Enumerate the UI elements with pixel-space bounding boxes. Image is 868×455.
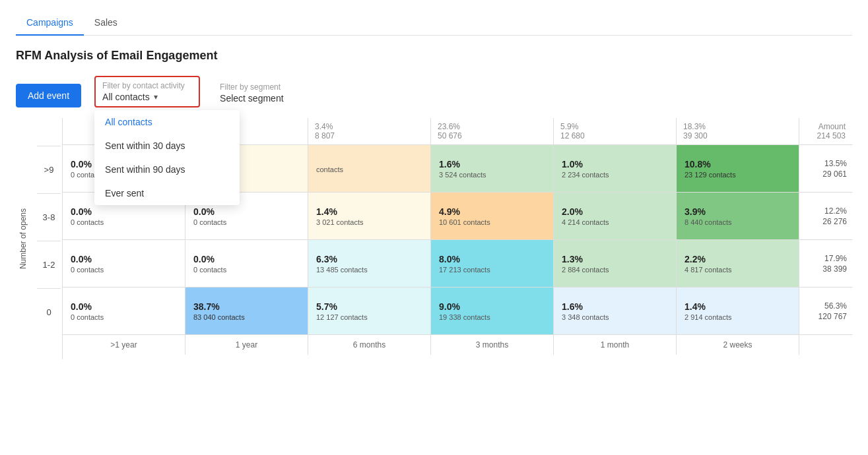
header-amount-val: 214 503 — [806, 131, 846, 140]
x-label-5: 2 weeks — [677, 335, 799, 355]
header-cell-3: 23.6% 50 676 — [431, 118, 554, 144]
cell-3-8-amount: 12.2% 26 276 — [799, 193, 852, 239]
cell-1-2-amount: 17.9% 38 399 — [799, 240, 852, 287]
cell-gt9-2: contacts — [308, 145, 431, 192]
cell-contacts: 2 884 contacts — [562, 266, 668, 274]
cell-contacts: 19 338 contacts — [439, 313, 545, 321]
cell-pct: 1.6% — [562, 301, 668, 312]
header-pct-5: 18.3% — [683, 122, 792, 131]
cell-0-1: 38.7% 83 040 contacts — [185, 288, 308, 334]
cell-contacts: 0 contacts — [71, 218, 177, 226]
cell-pct: 38.7% — [193, 301, 300, 312]
tab-sales[interactable]: Sales — [84, 11, 128, 36]
cell-contacts: 0 contacts — [193, 266, 300, 274]
page-title: RFM Analysis of Email Engagement — [16, 49, 852, 63]
cell-0-2: 5.7% 12 127 contacts — [308, 288, 431, 334]
cell-0-amount: 56.3% 120 767 — [799, 288, 852, 334]
cell-pct: 4.9% — [439, 206, 545, 217]
cell-pct: 0.0% — [71, 301, 177, 312]
cell-amount-pct: 13.5% — [805, 159, 847, 168]
dropdown-item-90days[interactable]: Sent within 90 days — [94, 158, 240, 181]
x-label-1: 1 year — [185, 335, 308, 355]
cell-contacts: 0 contacts — [71, 266, 177, 274]
axis-spacer — [37, 336, 61, 359]
cell-pct: 2.2% — [684, 254, 791, 264]
header-cell-2: 3.4% 8 807 — [308, 118, 431, 144]
cell-contacts: 3 524 contacts — [439, 171, 545, 179]
cell-contacts: 0 contacts — [71, 313, 177, 321]
dropdown-item-ever-sent[interactable]: Ever sent — [94, 181, 240, 205]
filter-activity-dropdown[interactable]: Filter by contact activity All contacts … — [94, 76, 200, 107]
cell-0-3: 9.0% 19 338 contacts — [431, 288, 554, 334]
row-label-gt9: >9 — [37, 146, 61, 193]
cell-1-2-0: 0.0% 0 contacts — [63, 240, 185, 287]
cell-amount-pct: 17.9% — [805, 254, 847, 263]
cell-3-8-4: 2.0% 4 214 contacts — [554, 193, 677, 239]
row-label-3-8: 3-8 — [37, 193, 61, 241]
filter-segment-label: Filter by segment — [220, 82, 299, 92]
header-val-3: 50 676 — [438, 131, 547, 140]
cell-contacts: 2 914 contacts — [684, 313, 791, 321]
cell-contacts: 0 contacts — [193, 218, 300, 226]
header-val-5: 39 300 — [683, 131, 792, 140]
row-label-1-2: 1-2 — [37, 241, 61, 288]
cell-pct: 2.0% — [562, 206, 668, 217]
cell-pct: 5.7% — [316, 301, 422, 312]
y-axis-label-container: Number of opens — [16, 118, 34, 359]
cell-contacts: 12 127 contacts — [316, 313, 422, 321]
header-pct-2: 3.4% — [315, 122, 424, 131]
row-label-0: 0 — [37, 288, 61, 336]
filter-segment-dropdown[interactable]: Filter by segment Select segment — [213, 78, 306, 107]
grid-row-0: 0.0% 0 contacts 38.7% 83 040 contacts 5.… — [63, 288, 852, 335]
x-label-2: 6 months — [308, 335, 431, 355]
cell-pct: 8.0% — [439, 254, 545, 264]
cell-1-2-1: 0.0% 0 contacts — [185, 240, 308, 287]
cell-amount-val: 26 276 — [805, 217, 847, 226]
add-event-button[interactable]: Add event — [16, 84, 81, 107]
cell-contacts: 8 440 contacts — [684, 218, 791, 226]
header-cell-5: 18.3% 39 300 — [677, 118, 799, 144]
cell-amount-pct: 56.3% — [805, 301, 847, 311]
cell-pct: 1.4% — [316, 206, 422, 217]
dropdown-item-all-contacts[interactable]: All contacts — [94, 110, 240, 134]
header-val-2: 8 807 — [315, 131, 424, 140]
cell-contacts: 2 234 contacts — [562, 171, 668, 179]
header-spacer — [37, 118, 61, 146]
x-label-3: 3 months — [431, 335, 554, 355]
header-amount: Amount 214 503 — [799, 118, 852, 144]
header-val-4: 12 680 — [560, 131, 669, 140]
cell-pct: 1.6% — [439, 159, 545, 169]
x-label-0: >1 year — [63, 335, 185, 355]
dropdown-item-30days[interactable]: Sent within 30 days — [94, 134, 240, 158]
cell-contacts: 83 040 contacts — [193, 313, 300, 321]
header-cell-4: 5.9% 12 680 — [554, 118, 677, 144]
header-amount-label: Amount — [806, 122, 846, 131]
cell-pct: 0.0% — [71, 206, 177, 217]
cell-1-2-3: 8.0% 17 213 contacts — [431, 240, 554, 287]
cell-pct: 10.8% — [684, 159, 791, 169]
x-label-empty — [799, 335, 852, 355]
cell-contacts: 4 214 contacts — [562, 218, 668, 226]
cell-contacts: 23 129 contacts — [684, 171, 791, 179]
row-labels-col: >9 3-8 1-2 0 — [37, 118, 61, 359]
cell-1-2-4: 1.3% 2 884 contacts — [554, 240, 677, 287]
tab-campaigns[interactable]: Campaigns — [16, 11, 84, 36]
cell-contacts: 10 601 contacts — [439, 218, 545, 226]
filter-segment-value: Select segment — [220, 93, 299, 104]
cell-3-8-5: 3.9% 8 440 contacts — [677, 193, 799, 239]
cell-gt9-3: 1.6% 3 524 contacts — [431, 145, 554, 192]
filter-activity-value: All contacts ▾ — [102, 92, 192, 102]
cell-pct: 0.0% — [71, 254, 177, 264]
cell-contacts: 17 213 contacts — [439, 266, 545, 274]
y-axis-label: Number of opens — [16, 208, 28, 269]
grid-row-1-2: 0.0% 0 contacts 0.0% 0 contacts 6.3% 13 … — [63, 240, 852, 288]
cell-contacts: 3 348 contacts — [562, 313, 668, 321]
cell-pct: 9.0% — [439, 301, 545, 312]
cell-0-0: 0.0% 0 contacts — [63, 288, 185, 334]
cell-amount-pct: 12.2% — [805, 206, 847, 216]
x-axis-row: >1 year 1 year 6 months 3 months 1 month… — [63, 335, 852, 355]
cell-pct: 3.9% — [684, 206, 791, 217]
cell-1-2-2: 6.3% 13 485 contacts — [308, 240, 431, 287]
cell-contacts: 13 485 contacts — [316, 266, 422, 274]
cell-3-8-2: 1.4% 3 021 contacts — [308, 193, 431, 239]
